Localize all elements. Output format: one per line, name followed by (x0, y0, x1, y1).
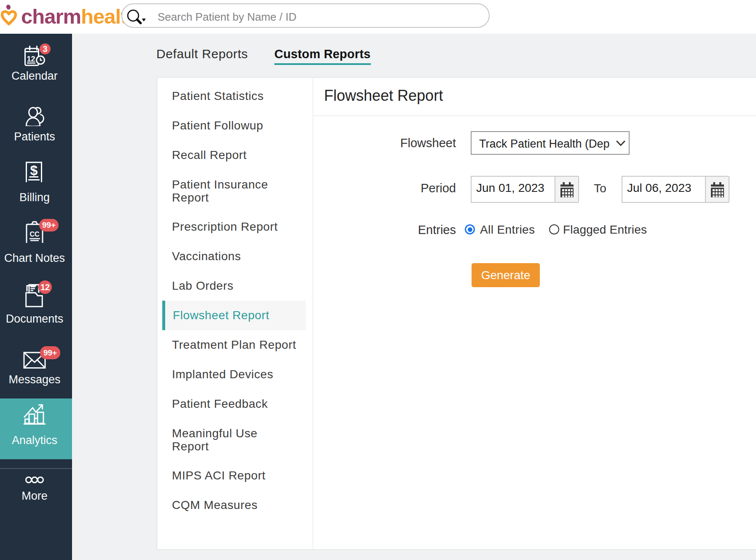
svg-text:CC: CC (29, 231, 40, 238)
svg-text:12: 12 (27, 55, 35, 63)
svg-text:$: $ (30, 163, 38, 178)
